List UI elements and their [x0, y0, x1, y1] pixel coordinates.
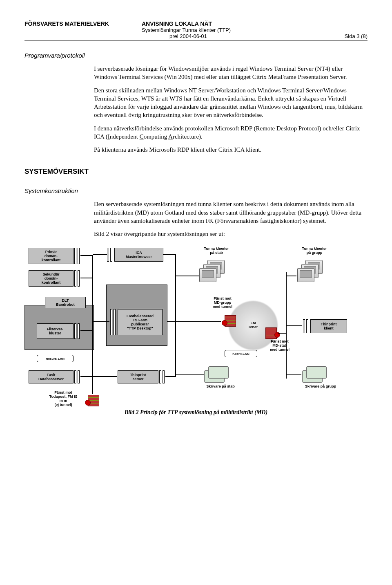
label-skrivare-grupp: Skrivare på grupp	[294, 385, 347, 389]
server-slot-icon	[163, 370, 165, 383]
server-slot-icon	[303, 319, 305, 333]
node-sekundar: Sekundär domän- kontrollant	[29, 270, 74, 287]
connector-line	[176, 276, 199, 276]
label-resurs-lan: Resurs-LAN	[37, 355, 74, 362]
server-slot-icon	[78, 370, 80, 383]
header-org: FÖRSVARETS MATERIELVERK	[24, 20, 109, 33]
printer-icon	[208, 366, 229, 379]
header-title: ANVISNING LOKALA NÄT	[142, 20, 368, 27]
paragraph: På klienterna används Microsofts RDP kli…	[94, 146, 363, 154]
body-block-2: Den serverbaserade systemlösningen med t…	[94, 200, 363, 238]
header-bottom: prel 2004-06-01 Sida 3 (8)	[169, 33, 368, 39]
label-skrivare-stab: Skrivare på stab	[196, 385, 245, 389]
system-diagram: Primär domän- kontrollant Sekundär domän…	[24, 248, 368, 419]
bus-line-left	[92, 255, 93, 394]
node-filserver: Filserver- kluster	[37, 323, 74, 339]
paragraph: I serverbaserade lösningar för Windowsmi…	[94, 65, 363, 81]
node-tsfarm: Lastbalanserad TS Farm publicerar "TTP D…	[118, 309, 163, 335]
header-date: prel 2004-06-01	[169, 33, 207, 39]
label-tunna-grupp: Tunna klienter på grupp	[294, 247, 335, 255]
paragraph: Den serverbaserade systemlösningen med t…	[94, 200, 363, 225]
server-slot-icon	[78, 323, 80, 339]
node-ica: ICA Masterbrowser	[114, 248, 163, 262]
server-slot-icon	[110, 248, 112, 262]
bus-line-center	[175, 254, 176, 377]
label-farist-stab: Färist mot MD-stab med tunnel	[261, 340, 298, 352]
server-slot-icon	[306, 319, 308, 333]
node-primar: Primär domän- kontrollant	[29, 248, 74, 264]
connector-line	[80, 376, 93, 377]
connector-line	[176, 321, 221, 322]
monitor-icon	[297, 268, 314, 282]
header-rule	[24, 40, 368, 40]
server-slot-icon	[74, 370, 76, 383]
header-page: Sida 3 (8)	[345, 33, 368, 39]
label-fm-ipnat: FM IPnät	[245, 321, 261, 329]
server-slot-icon	[114, 309, 116, 335]
header-subtitle: Systemlösningar Tunna klienter (TTP)	[142, 27, 368, 33]
connector-line	[163, 254, 176, 255]
connector-line	[167, 321, 176, 322]
node-thinprint-server: Thinprint server	[118, 370, 158, 383]
server-slot-icon	[159, 370, 161, 383]
printer-icon	[306, 366, 327, 379]
paragraph: Den stora skillnaden mellan Windows NT S…	[94, 86, 363, 119]
section-title-systemkonstruktion: Systemkonstruktion	[24, 187, 368, 194]
label-tunna-stab: Tunna klienter på stab	[196, 247, 237, 255]
server-slot-icon	[74, 248, 76, 264]
connector-line	[165, 376, 176, 377]
connector-line	[287, 374, 301, 375]
body-block-1: I serverbaserade lösningar för Windowsmi…	[94, 65, 363, 154]
connector-line	[80, 330, 93, 331]
section-title-programvara: Programvara/protokoll	[24, 52, 368, 59]
connector-line	[80, 278, 93, 278]
paragraph: Bild 2 visar övergripande hur systemlösn…	[94, 230, 363, 238]
label-klient-lan: Klient-LAN	[225, 350, 257, 357]
label-farist-grupp: Färist mot MD-grupp med tunnel	[204, 297, 241, 309]
connector-line	[93, 254, 107, 255]
heading-systemoversikt: SYSTEMÖVERSIKT	[24, 168, 368, 176]
server-slot-icon	[78, 270, 80, 287]
node-dlt: DLT Bandrobot	[45, 297, 86, 308]
connector-line	[93, 321, 109, 322]
node-fasit: Fasit Databasserver	[29, 370, 74, 383]
node-thinprint-klient: Thinprint klient	[310, 319, 347, 333]
monitor-icon	[199, 268, 216, 282]
page-header: FÖRSVARETS MATERIELVERK ANVISNING LOKALA…	[24, 20, 368, 33]
server-slot-icon	[74, 270, 76, 287]
paragraph: I denna nätverksförbindelse används prot…	[94, 124, 363, 141]
server-slot-icon	[107, 248, 109, 262]
server-slot-icon	[110, 309, 112, 335]
connector-line	[93, 376, 117, 377]
server-slot-icon	[74, 323, 76, 339]
connector-line	[80, 255, 93, 256]
connector-line	[287, 276, 296, 276]
connector-line	[278, 333, 286, 334]
figure-caption: Bild 2 Princip för TTP systemlösning på …	[106, 409, 286, 416]
connector-line	[287, 325, 302, 326]
connector-line	[176, 374, 204, 375]
server-slot-icon	[78, 248, 80, 264]
label-farist-todapost: Färist mot Todapost, FM IS m m (ej tunne…	[41, 391, 86, 407]
